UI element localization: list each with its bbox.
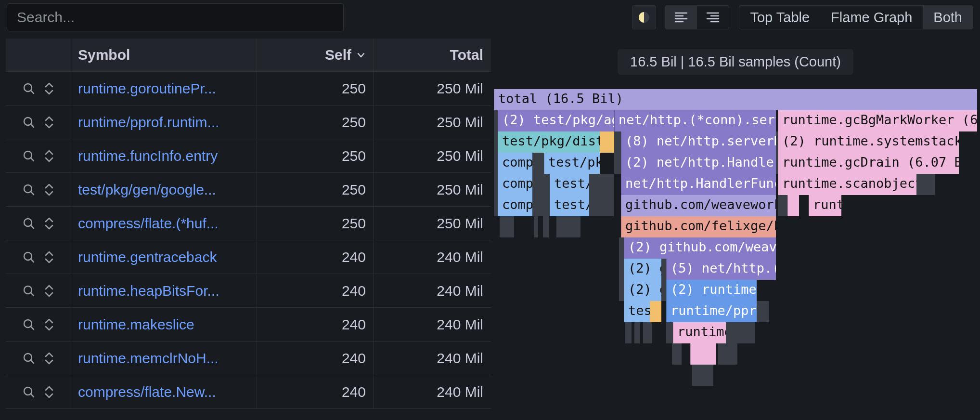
self-value: 240 — [257, 308, 374, 341]
header-total[interactable]: Total — [374, 39, 491, 71]
flame-block[interactable] — [690, 343, 716, 365]
theme-toggle-button[interactable] — [632, 5, 656, 29]
search-icon[interactable] — [23, 150, 35, 162]
sort-desc-icon — [356, 50, 366, 60]
flame-block[interactable]: (2) g — [624, 259, 661, 280]
symbol-link[interactable]: runtime/pprof.runtim... — [71, 105, 257, 139]
flame-block[interactable]: net/http.(*conn).serve — [614, 110, 776, 131]
table-row: test/pkg/gen/google...250250 Mil — [6, 173, 491, 207]
align-left-button[interactable] — [665, 6, 697, 29]
self-value: 240 — [257, 375, 374, 408]
table-row: compress/flate.New...240240 Mil — [6, 375, 491, 409]
align-right-button[interactable] — [697, 6, 729, 29]
flame-block[interactable] — [650, 301, 661, 322]
flame-block[interactable]: runtime.scanobject — [778, 174, 916, 195]
flame-block[interactable]: (2) g — [624, 280, 661, 301]
search-icon[interactable] — [23, 184, 35, 196]
view-both-button[interactable]: Both — [923, 6, 973, 29]
flame-block[interactable]: (2) test/pkg/age — [498, 110, 614, 131]
sort-icon[interactable] — [44, 352, 54, 365]
flame-block[interactable]: test/pkg/distri — [498, 131, 600, 153]
svg-line-27 — [31, 394, 34, 397]
sort-icon[interactable] — [44, 82, 54, 95]
flame-block[interactable]: runt — [809, 195, 841, 216]
sort-icon[interactable] — [44, 217, 54, 230]
symbol-link[interactable]: compress/flate.New... — [71, 375, 257, 408]
sort-icon[interactable] — [44, 385, 54, 399]
search-icon[interactable] — [23, 285, 35, 297]
svg-line-11 — [31, 124, 34, 127]
svg-line-17 — [31, 225, 34, 228]
total-value: 240 Mil — [374, 240, 491, 274]
table-row: runtime.heapBitsFor...240240 Mil — [6, 274, 491, 308]
top-table: Symbol Self Total runtime.goroutinePr...… — [0, 35, 491, 420]
search-input[interactable] — [7, 3, 344, 31]
symbol-link[interactable]: runtime.heapBitsFor... — [71, 274, 257, 307]
sample-summary: 16.5 Bil | 16.5 Bil samples (Count) — [618, 49, 853, 75]
flame-block[interactable]: total (16.5 Bil) — [494, 89, 977, 110]
symbol-link[interactable]: runtime.memclrNoH... — [71, 341, 257, 375]
header-self[interactable]: Self — [257, 39, 374, 71]
self-value: 250 — [257, 207, 374, 240]
self-value: 250 — [257, 139, 374, 172]
symbol-link[interactable]: compress/flate.(*huf... — [71, 207, 257, 240]
flame-block[interactable]: (2) net/http.HandlerFu — [621, 153, 776, 174]
search-icon[interactable] — [23, 352, 35, 365]
flame-block[interactable]: comp — [498, 153, 532, 174]
self-value: 250 — [257, 105, 374, 139]
flame-block[interactable]: runtime/pprof — [666, 301, 757, 322]
svg-line-23 — [31, 327, 34, 329]
search-icon[interactable] — [23, 82, 35, 95]
flame-block[interactable] — [600, 131, 614, 153]
header-symbol[interactable]: Symbol — [71, 39, 257, 71]
total-value: 240 Mil — [374, 375, 491, 408]
symbol-link[interactable]: runtime.funcInfo.entry — [71, 139, 257, 172]
header-self-label: Self — [325, 47, 351, 63]
flame-block[interactable]: comp — [498, 195, 532, 216]
flame-block[interactable]: (8) net/http.serverHan — [621, 131, 776, 153]
svg-line-15 — [31, 192, 34, 195]
table-row: runtime.memclrNoH...240240 Mil — [6, 341, 491, 375]
flame-block[interactable]: runtime — [673, 322, 726, 343]
sort-icon[interactable] — [44, 250, 54, 264]
flame-block[interactable]: runtime.gcBgMarkWorker (6 — [778, 110, 977, 131]
view-top-table-button[interactable]: Top Table — [739, 6, 820, 29]
flame-block[interactable]: net/http.HandlerFunc.S — [621, 174, 776, 195]
flame-block[interactable]: github.com/felixge/htt — [621, 216, 776, 237]
flame-block[interactable]: (2) runtime/ — [666, 280, 757, 301]
flame-block[interactable]: test/ — [550, 174, 589, 195]
flame-block[interactable]: (2) runtime.systemstack — [778, 131, 959, 153]
table-header: Symbol Self Total — [6, 39, 491, 71]
symbol-link[interactable]: runtime.goroutinePr... — [71, 72, 257, 105]
flame-block[interactable]: runtime.gcDrain (6.07 Bi — [778, 153, 959, 174]
view-flame-graph-button[interactable]: Flame Graph — [820, 6, 923, 29]
header-actions — [6, 39, 71, 71]
sort-icon[interactable] — [44, 284, 54, 298]
svg-line-19 — [31, 259, 34, 262]
search-icon[interactable] — [23, 217, 35, 230]
flame-graph[interactable]: total (16.5 Bil) (2) test/pkg/age net/ht… — [494, 89, 977, 386]
view-mode-segment: Top Table Flame Graph Both — [739, 5, 973, 29]
flame-block[interactable]: (5) net/http.(* — [666, 259, 776, 280]
sort-icon[interactable] — [44, 149, 54, 163]
flame-graph-pane: 16.5 Bil | 16.5 Bil samples (Count) tota… — [491, 35, 980, 420]
flame-block[interactable] — [787, 195, 799, 216]
svg-line-9 — [31, 91, 34, 93]
flame-block[interactable]: github.com/weaveworks/ — [621, 195, 776, 216]
table-row: runtime/pprof.runtim...250250 Mil — [6, 105, 491, 139]
flame-block[interactable]: test/ — [550, 195, 589, 216]
flame-block[interactable]: comp — [498, 174, 532, 195]
search-icon[interactable] — [23, 386, 35, 398]
flame-block[interactable]: (2) github.com/weavewo — [624, 237, 776, 259]
sort-icon[interactable] — [44, 116, 54, 129]
sort-icon[interactable] — [44, 318, 54, 331]
symbol-link[interactable]: test/pkg/gen/google... — [71, 173, 257, 206]
search-icon[interactable] — [23, 251, 35, 263]
symbol-link[interactable]: runtime.gentraceback — [71, 240, 257, 274]
search-icon[interactable] — [23, 318, 35, 331]
symbol-link[interactable]: runtime.makeslice — [71, 308, 257, 341]
flame-block[interactable]: test/pk — [544, 153, 600, 174]
flame-block[interactable]: tes — [624, 301, 650, 322]
search-icon[interactable] — [23, 116, 35, 129]
sort-icon[interactable] — [44, 183, 54, 197]
